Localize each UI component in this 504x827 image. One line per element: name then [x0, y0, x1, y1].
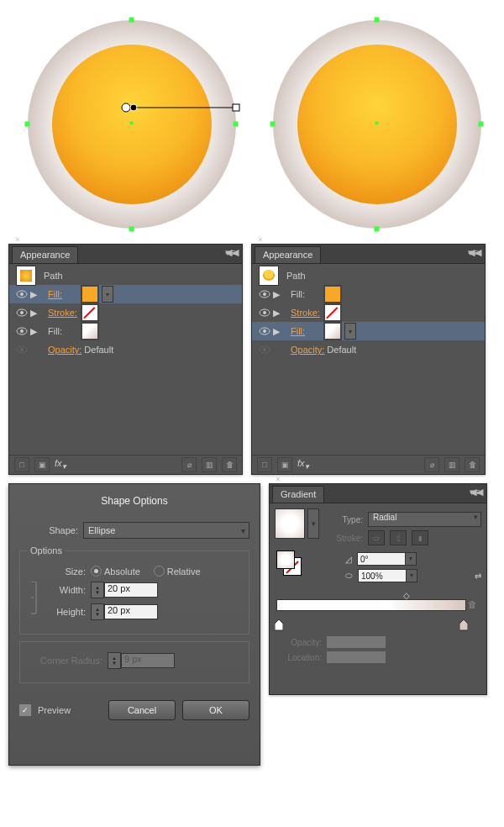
fill-swatch[interactable] [323, 285, 342, 303]
disclosure-icon[interactable]: ▶ [273, 308, 281, 319]
fill2-swatch[interactable] [323, 322, 342, 340]
opacity-label[interactable]: Opacity: [291, 345, 324, 355]
reverse-icon[interactable]: ⇄ [475, 572, 481, 581]
disclosure-icon[interactable]: ▶ [273, 326, 281, 337]
preview-checkbox[interactable]: ✓ [19, 704, 31, 716]
canvas-svg [0, 0, 504, 237]
shape-select[interactable]: Ellipse [83, 522, 249, 539]
clear-icon[interactable]: ⌀ [424, 457, 439, 472]
visibility-toggle-icon[interactable] [16, 325, 28, 337]
panel-menu-icon[interactable]: ▾≡ [225, 247, 240, 259]
new-art-icon[interactable]: □ [257, 457, 272, 472]
width-stepper[interactable]: ▲▼ [91, 582, 104, 598]
visibility-toggle-icon[interactable] [259, 307, 270, 319]
delete-stop-icon[interactable]: 🗑 [468, 599, 480, 609]
svg-point-29 [263, 311, 266, 314]
link-icon[interactable] [30, 582, 44, 615]
gradient-slider[interactable]: ◇ 🗑 [275, 591, 481, 633]
swatch-dropdown-icon[interactable]: ▾ [344, 323, 356, 340]
fill-label[interactable]: Fill: [48, 289, 78, 299]
stroke-label[interactable]: Stroke: [291, 308, 321, 318]
visibility-toggle-icon[interactable] [16, 288, 28, 300]
gradient-preset-icon[interactable]: ▾ [307, 508, 319, 539]
disclosure-icon[interactable]: ▶ [30, 289, 39, 300]
panel-close-icon[interactable]: × [252, 235, 269, 245]
duplicate-icon[interactable]: ▣ [277, 457, 292, 472]
location-input [327, 651, 386, 663]
fill-swatch[interactable] [81, 285, 99, 303]
appearance-panel-right: × Appearance ◀◀ ▾≡ Path ▶ Fill: [251, 244, 486, 475]
corner-group: Corner Radius: ▲▼9 px [19, 641, 249, 683]
aspect-input[interactable]: 100% [358, 569, 407, 582]
angle-icon: ◿ [345, 555, 352, 564]
panel-menu-icon[interactable]: ▾≡ [470, 487, 485, 498]
type-select[interactable]: Radial [368, 512, 481, 527]
delete-icon[interactable]: 🗑 [222, 457, 237, 472]
visibility-toggle-icon[interactable] [259, 288, 270, 300]
svg-point-19 [20, 292, 24, 296]
dup-selected-icon[interactable]: ▥ [202, 457, 217, 472]
color-stop-end[interactable] [459, 619, 468, 631]
fx-button[interactable]: fx▾ [297, 458, 309, 471]
new-art-icon[interactable]: □ [14, 457, 29, 472]
dialog-title: Shape Options [19, 493, 249, 517]
gradient-panel: × Gradient ◀◀ ▾≡ ▾ Type: Radial Stro [269, 483, 487, 695]
disclosure-icon[interactable]: ▶ [30, 326, 39, 337]
opacity-label: Opacity: [275, 638, 322, 647]
size-label: Size: [27, 566, 86, 577]
svg-point-21 [20, 311, 24, 314]
clear-icon[interactable]: ⌀ [181, 457, 197, 472]
stroke-swatch[interactable] [81, 303, 99, 322]
opacity-label[interactable]: Opacity: [48, 345, 81, 355]
height-input[interactable]: 20 px [104, 604, 158, 619]
disclosure-icon[interactable]: ▶ [273, 289, 281, 300]
duplicate-icon[interactable]: ▣ [34, 457, 50, 472]
absolute-radio[interactable]: Absolute [91, 566, 140, 577]
color-stop-start[interactable] [275, 619, 283, 631]
svg-point-10 [122, 103, 130, 112]
gradient-tab[interactable]: Gradient [272, 486, 324, 503]
svg-rect-6 [25, 122, 29, 126]
panel-menu-icon[interactable]: ▾≡ [468, 247, 483, 259]
svg-rect-12 [233, 104, 239, 111]
cancel-button[interactable]: Cancel [108, 700, 176, 720]
height-stepper[interactable]: ▲▼ [91, 603, 104, 620]
ok-button[interactable]: OK [182, 700, 249, 720]
appearance-tab[interactable]: Appearance [255, 246, 321, 263]
visibility-toggle-icon[interactable] [16, 344, 28, 356]
stroke-swatch[interactable] [323, 303, 342, 322]
width-input[interactable]: 20 px [104, 582, 158, 598]
midpoint-icon[interactable]: ◇ [403, 591, 410, 600]
svg-rect-5 [129, 227, 134, 231]
appearance-tab[interactable]: Appearance [12, 246, 78, 263]
disclosure-icon[interactable]: ▶ [30, 308, 39, 319]
visibility-toggle-icon[interactable] [259, 325, 270, 337]
shape-label: Shape: [19, 525, 78, 535]
dup-selected-icon[interactable]: ▥ [444, 457, 459, 472]
delete-icon[interactable]: 🗑 [465, 457, 480, 472]
angle-input[interactable]: 0° [357, 552, 406, 566]
artboard [0, 0, 504, 237]
visibility-toggle-icon[interactable] [16, 307, 28, 319]
stroke-type-1-icon: ▭ [368, 530, 385, 545]
svg-point-27 [263, 292, 266, 296]
svg-rect-17 [375, 122, 378, 124]
swatch-dropdown-icon[interactable]: ▾ [102, 286, 113, 303]
preview-label: Preview [38, 705, 71, 715]
fill-stroke-toggle[interactable] [276, 550, 302, 576]
panel-close-icon[interactable]: × [270, 475, 286, 484]
relative-radio[interactable]: Relative [154, 566, 201, 577]
svg-point-11 [130, 104, 137, 111]
opacity-input [327, 636, 386, 648]
stroke-label[interactable]: Stroke: [48, 308, 78, 318]
svg-point-25 [20, 348, 24, 351]
location-label: Location: [275, 653, 322, 662]
fill2-swatch[interactable] [81, 322, 99, 340]
panel-close-icon[interactable]: × [9, 235, 26, 245]
fx-button[interactable]: fx▾ [55, 458, 66, 471]
visibility-toggle-icon[interactable] [259, 344, 270, 356]
svg-rect-8 [130, 122, 133, 124]
gradient-preview[interactable] [275, 508, 305, 539]
fill2-label[interactable]: Fill: [291, 326, 321, 336]
corner-input: 9 px [121, 653, 175, 668]
